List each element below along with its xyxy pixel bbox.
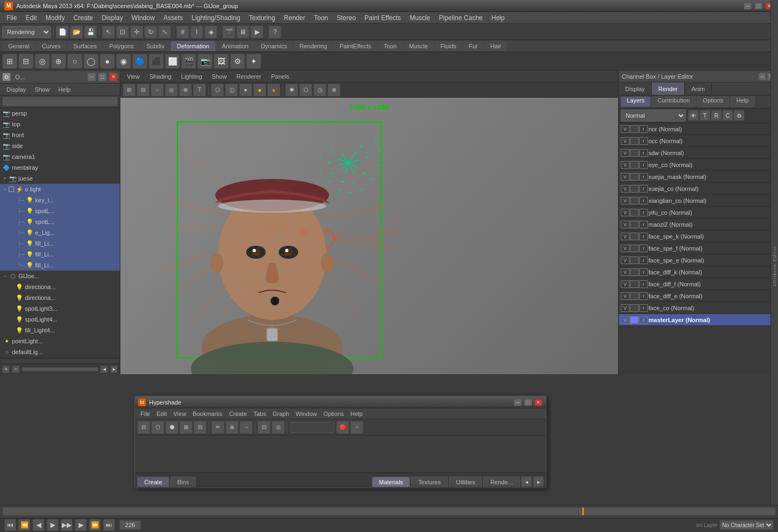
shelf-tab-animation[interactable]: Animation bbox=[216, 41, 254, 51]
outliner-item-spotl2[interactable]: ├─ 💡 spotL... bbox=[0, 216, 120, 227]
hs-tool-11[interactable]: 🔴 bbox=[336, 421, 349, 434]
vp-btn-9[interactable]: ● bbox=[239, 84, 252, 97]
vp-btn-15[interactable]: ⊕ bbox=[327, 84, 340, 97]
outliner-item-dir2[interactable]: 💡 directiona... bbox=[0, 292, 120, 303]
snap-to-grid-btn[interactable]: # bbox=[176, 25, 189, 39]
vp-btn-6[interactable]: T bbox=[193, 84, 206, 97]
panel-menu-lighting[interactable]: Lighting bbox=[177, 72, 207, 81]
outliner-item-front[interactable]: 📷 front bbox=[0, 130, 120, 140]
layer-ref-xuejia-co[interactable]: r bbox=[639, 185, 648, 193]
subtab-options[interactable]: Options bbox=[697, 97, 729, 107]
viewport[interactable]: 1100 x 1280 bbox=[120, 98, 618, 374]
hs-menu-graph[interactable]: Graph bbox=[269, 410, 293, 418]
channel-box-minimize-btn[interactable]: ─ bbox=[758, 73, 766, 80]
outliner-hscroll[interactable] bbox=[1, 359, 119, 363]
outliner-close-btn[interactable]: ✕ bbox=[109, 73, 118, 81]
layer-vis-nor[interactable]: V bbox=[621, 125, 629, 133]
outliner-search-input[interactable] bbox=[2, 97, 118, 106]
hs-tool-4[interactable]: ⊞ bbox=[179, 421, 192, 434]
playback-play-fwd-btn[interactable]: ▶▶ bbox=[61, 519, 73, 531]
shelf-icon-14[interactable]: 🖼 bbox=[214, 54, 229, 69]
hs-tab-materials[interactable]: Materials bbox=[372, 477, 410, 487]
hs-menu-view[interactable]: View bbox=[170, 410, 190, 418]
layer-vis-face-diff-f[interactable]: V bbox=[621, 280, 629, 288]
hs-menu-options[interactable]: Options bbox=[320, 410, 347, 418]
layer-ref-master[interactable]: r bbox=[639, 316, 648, 324]
outliner-item-filllight4[interactable]: 💡 fill_Light4... bbox=[0, 325, 120, 336]
shelf-tab-deformation[interactable]: Deformation bbox=[171, 41, 215, 51]
layer-face-diff-f[interactable]: V r face_diff_f (Normal) bbox=[619, 278, 778, 290]
menu-toon[interactable]: Toon bbox=[310, 13, 332, 23]
panel-menu-panels[interactable]: Panels bbox=[267, 72, 294, 81]
hs-menu-help[interactable]: Help bbox=[347, 410, 366, 418]
hs-tool-5[interactable]: ⊟ bbox=[194, 421, 207, 434]
hs-tool-7[interactable]: ⊕ bbox=[226, 421, 239, 434]
menu-help[interactable]: Help bbox=[487, 13, 509, 23]
layer-settings-btn[interactable]: ⚙ bbox=[734, 110, 744, 121]
outliner-minimize-btn[interactable]: ─ bbox=[87, 73, 96, 81]
panel-menu-view[interactable]: View bbox=[123, 72, 144, 81]
snap-to-point-btn[interactable]: ◈ bbox=[204, 25, 217, 39]
outliner-item-top[interactable]: 📷 top bbox=[0, 119, 120, 130]
outliner-item-gijoe[interactable]: − ⬡ GIJoe... bbox=[0, 271, 120, 281]
hs-menu-tabs[interactable]: Tabs bbox=[250, 410, 269, 418]
shelf-tab-painteffects[interactable]: PaintEffects bbox=[333, 41, 377, 51]
outliner-menu-help[interactable]: Help bbox=[54, 85, 75, 94]
layer-face-spe-k[interactable]: V r face_spe_k (Normal) bbox=[619, 230, 778, 242]
hs-search-input[interactable] bbox=[291, 422, 334, 433]
outliner-menu-show[interactable]: Show bbox=[30, 85, 54, 94]
layer-ref-sdw[interactable]: r bbox=[639, 149, 648, 157]
shelf-icon-16[interactable]: ✦ bbox=[246, 54, 261, 69]
layer-master[interactable]: V r masterLayer (Normal) bbox=[619, 314, 778, 326]
shelf-tab-subdiv[interactable]: Subdiv bbox=[140, 41, 171, 51]
outliner-remove-btn[interactable]: − bbox=[12, 366, 20, 373]
open-scene-btn[interactable]: 📂 bbox=[70, 25, 83, 39]
layer-yifu-co[interactable]: V r yifu_co (Normal) bbox=[619, 207, 778, 219]
vp-btn-10[interactable]: ● bbox=[253, 84, 266, 97]
playback-next-key-btn[interactable]: ⏩ bbox=[89, 519, 101, 531]
outliner-menu-display[interactable]: Display bbox=[2, 85, 30, 94]
hypershade-minimize-btn[interactable]: ─ bbox=[513, 399, 522, 406]
lasso-select-btn[interactable]: ⊡ bbox=[116, 25, 129, 39]
outliner-item-dir1[interactable]: 💡 directiona... bbox=[0, 281, 120, 292]
timeline-scrubber[interactable] bbox=[0, 505, 778, 518]
layer-ref-maozi2[interactable]: r bbox=[639, 221, 648, 228]
outliner-add-btn[interactable]: + bbox=[2, 366, 10, 373]
shelf-icon-5[interactable]: ○ bbox=[67, 54, 82, 69]
vp-btn-1[interactable]: ⊞ bbox=[123, 84, 136, 97]
layer-sdw[interactable]: V r sdw (Normal) bbox=[619, 147, 778, 159]
layer-ref-face-diff-k[interactable]: r bbox=[639, 268, 648, 276]
select-tool-btn[interactable]: ↖ bbox=[102, 25, 115, 39]
layer-vis-maozi2[interactable]: V bbox=[621, 221, 629, 228]
layer-nor[interactable]: V r nor (Normal) bbox=[619, 123, 778, 135]
outliner-item-pointlight[interactable]: ✦ pointLight... bbox=[0, 336, 120, 347]
hs-tool-6[interactable]: ✏ bbox=[211, 421, 224, 434]
layer-occ[interactable]: V r occ (Normal) bbox=[619, 135, 778, 147]
rotate-tool-btn[interactable]: ↻ bbox=[144, 25, 157, 39]
outliner-item-persp[interactable]: 📷 persp bbox=[0, 108, 120, 119]
hs-tool-12[interactable]: ○ bbox=[350, 421, 363, 434]
help-btn[interactable]: ? bbox=[268, 25, 281, 39]
shelf-tab-fluids[interactable]: Fluids bbox=[434, 41, 462, 51]
layer-eye-co[interactable]: V r eye_co (Normal) bbox=[619, 159, 778, 171]
shelf-tab-fur[interactable]: Fur bbox=[463, 41, 484, 51]
render-btn[interactable]: ▶ bbox=[250, 25, 263, 39]
hs-tab-create[interactable]: Create bbox=[137, 477, 169, 487]
outliner-item-spot4[interactable]: 💡 spotLight4... bbox=[0, 314, 120, 325]
outliner-item-side[interactable]: 📷 side bbox=[0, 140, 120, 151]
layer-vis-face-spe-k[interactable]: V bbox=[621, 233, 629, 240]
render-view-btn[interactable]: 🖥 bbox=[236, 25, 249, 39]
current-frame-input[interactable] bbox=[119, 520, 141, 530]
outliner-item-keyl[interactable]: ├─ 💡 key_l... bbox=[0, 195, 120, 206]
hs-tabs-scroll-left[interactable]: ◂ bbox=[521, 476, 532, 487]
outliner-item-camera1[interactable]: 📷 camera1 bbox=[0, 151, 120, 162]
outliner-item-light[interactable]: − ⚡ o light bbox=[0, 184, 120, 195]
maximize-button[interactable]: □ bbox=[754, 2, 763, 10]
layer-vis-yifu-co[interactable]: V bbox=[621, 209, 629, 216]
menu-display[interactable]: Display bbox=[97, 13, 127, 23]
layer-xuejia-mask[interactable]: V r xuejia_mask (Normal) bbox=[619, 171, 778, 183]
layer-maozi2[interactable]: V r maozi2 (Normal) bbox=[619, 219, 778, 230]
layer-ref-btn[interactable]: R bbox=[711, 110, 722, 121]
panel-menu-shading[interactable]: Shading bbox=[145, 72, 176, 81]
shelf-icon-3[interactable]: ◎ bbox=[35, 54, 50, 69]
